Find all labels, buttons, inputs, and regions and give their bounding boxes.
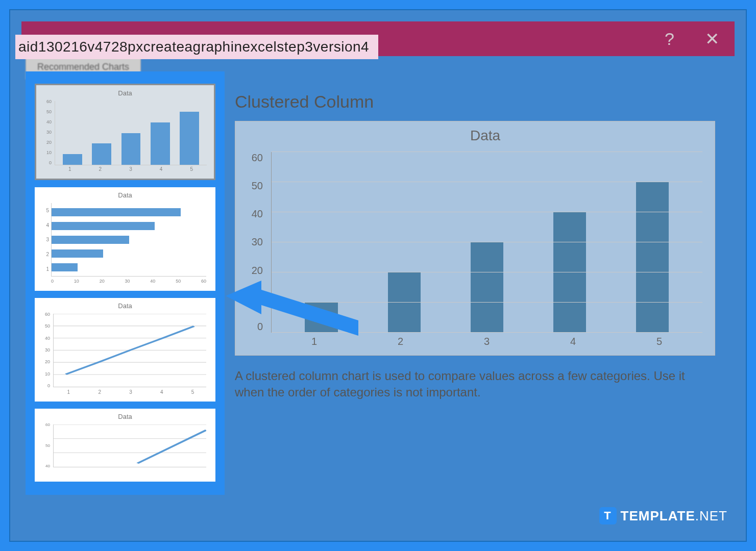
chart-thumbnails-panel: Data 6050403020100 12345 Data 54321 0102… <box>26 71 225 495</box>
chart-preview: Clustered Column Data 6050403020100 1234… <box>235 92 715 401</box>
mini-bar-chart: 54321 0102030405060 <box>40 201 210 288</box>
overlay-url-label: aid130216v4728pxcreateagraphinexcelstep3… <box>15 35 378 59</box>
help-icon[interactable]: ? <box>665 29 674 49</box>
thumb-title: Data <box>41 89 209 97</box>
y-axis: 6050403020100 <box>242 152 263 333</box>
thumb-line[interactable]: Data 6050403020100 12345 <box>35 298 215 402</box>
chart-bar <box>388 272 421 333</box>
chart-plot-area <box>271 152 702 333</box>
chart-bar <box>636 182 669 333</box>
chart-bar <box>471 242 504 333</box>
thumb-line-2[interactable]: Data 605040 <box>35 409 215 482</box>
mini-line-chart: 6050403020100 12345 <box>40 312 210 398</box>
watermark: T TEMPLATE.NET <box>599 507 727 524</box>
thumb-title: Data <box>40 413 210 420</box>
watermark-icon: T <box>599 507 617 524</box>
preview-chart: Data 6050403020100 12345 <box>235 121 715 356</box>
screenshot-frame: ? ✕ Recommended Charts aid130216v4728pxc… <box>9 9 747 542</box>
thumb-title: Data <box>40 191 210 199</box>
x-axis: 12345 <box>271 336 702 349</box>
chart-title: Data <box>266 128 704 144</box>
thumb-clustered-bar[interactable]: Data 54321 0102030405060 <box>35 187 215 291</box>
mini-line-chart-2: 605040 <box>40 422 210 479</box>
chart-bar <box>305 303 338 333</box>
chart-description: A clustered column chart is used to comp… <box>235 368 715 401</box>
thumb-clustered-column[interactable]: Data 6050403020100 12345 <box>35 84 215 180</box>
chart-bar <box>553 212 587 333</box>
mini-column-chart: 6050403020100 12345 <box>41 99 209 176</box>
close-icon[interactable]: ✕ <box>705 29 719 49</box>
watermark-text: TEMPLATE.NET <box>621 508 727 524</box>
preview-heading: Clustered Column <box>235 92 715 112</box>
thumb-title: Data <box>40 302 210 310</box>
